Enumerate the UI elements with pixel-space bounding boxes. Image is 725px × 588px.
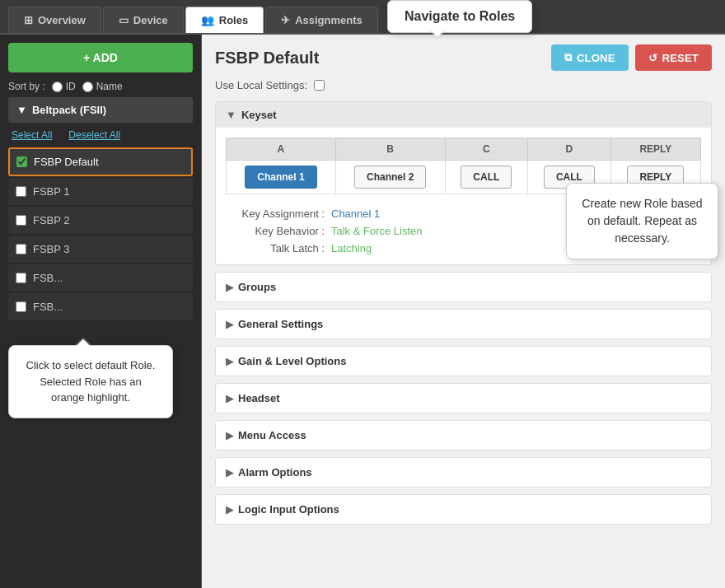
general-settings-section[interactable]: ▶ General Settings	[215, 309, 712, 339]
keyset-chevron-icon: ▼	[226, 109, 236, 121]
role-label-fsbp-3: FSBP 3	[33, 243, 185, 255]
col-a: A	[227, 138, 336, 161]
chevron-down-icon: ▼	[16, 104, 27, 116]
role-item-fsbp-default[interactable]: FSBP Default	[8, 147, 193, 176]
groups-section[interactable]: ▶ Groups	[215, 272, 712, 302]
role-checkbox-fsbp-5[interactable]	[16, 301, 26, 312]
content-header: FSBP Default ⧉ CLONE ↺ RESET	[215, 44, 712, 71]
reset-icon: ↺	[648, 52, 657, 64]
role-item-fsbp-5[interactable]: FSB...	[8, 293, 193, 320]
overview-icon: ⊞	[24, 14, 33, 26]
sort-by-name[interactable]: Name	[82, 81, 123, 92]
top-navigation: ⊞ Overview ▭ Device 👥 Roles ✈ Assignment…	[0, 0, 725, 35]
role-item-fsbp-3[interactable]: FSBP 3	[8, 236, 193, 263]
key-a-cell: Channel 1	[227, 161, 336, 194]
key-assignment-value[interactable]: Channel 1	[331, 208, 380, 220]
key-channel2-button[interactable]: Channel 2	[354, 166, 426, 189]
alarm-options-chevron-icon: ▶	[226, 467, 233, 478]
content-title: FSBP Default	[215, 49, 319, 68]
headset-chevron-icon: ▶	[226, 393, 233, 404]
col-c: C	[445, 138, 528, 161]
role-label-fsbp-1: FSBP 1	[33, 185, 185, 198]
role-item-fsbp-4[interactable]: FSB...	[8, 264, 193, 292]
role-checkbox-fsbp-4[interactable]	[16, 273, 26, 283]
general-settings-chevron-icon: ▶	[226, 319, 233, 330]
role-item-fsbp-2[interactable]: FSBP 2	[8, 207, 193, 234]
gain-level-section[interactable]: ▶ Gain & Level Options	[215, 346, 712, 376]
role-checkbox-fsbp-default[interactable]	[16, 156, 27, 167]
role-item-fsbp-1[interactable]: FSBP 1	[8, 178, 193, 205]
menu-access-section[interactable]: ▶ Menu Access	[215, 420, 712, 450]
col-b: B	[335, 138, 445, 161]
key-c-cell: CALL	[445, 161, 528, 194]
sort-id-radio[interactable]	[52, 82, 63, 92]
assignments-icon: ✈	[281, 14, 290, 26]
logic-input-chevron-icon: ▶	[226, 504, 233, 516]
sort-name-radio[interactable]	[82, 82, 93, 92]
select-all-link[interactable]: Select All	[12, 129, 52, 141]
talk-latch-value[interactable]: Latching	[331, 242, 372, 254]
device-icon: ▭	[119, 14, 129, 26]
create-new-role-tooltip: Create new Role based on default. Repeat…	[566, 183, 718, 259]
select-default-tooltip: Click to select default Role.Selected Ro…	[8, 345, 173, 418]
role-checkbox-fsbp-1[interactable]	[16, 186, 26, 197]
clone-icon: ⧉	[564, 51, 572, 64]
sort-row: Sort by : ID Name	[8, 81, 193, 92]
gain-level-chevron-icon: ▶	[226, 356, 233, 367]
key-call-c-button[interactable]: CALL	[461, 166, 512, 189]
role-list: FSBP Default FSBP 1 FSBP 2 FSBP 3 FSB...…	[8, 147, 193, 320]
tab-overview[interactable]: ⊞ Overview	[8, 7, 101, 33]
beltpack-group-header[interactable]: ▼ Beltpack (FSII)	[8, 97, 193, 123]
navigate-to-roles-tooltip: Navigate to Roles	[387, 0, 532, 33]
role-label-fsbp-2: FSBP 2	[33, 214, 185, 226]
role-label-fsbp-4: FSB...	[33, 272, 185, 284]
role-label-fsbp-default: FSBP Default	[34, 156, 185, 168]
sort-by-id[interactable]: ID	[52, 81, 76, 92]
add-button[interactable]: + ADD	[8, 43, 193, 72]
local-settings-row: Use Local Settings:	[215, 79, 712, 91]
role-checkbox-fsbp-2[interactable]	[16, 215, 26, 226]
col-d: D	[528, 138, 611, 161]
keyset-section-header[interactable]: ▼ Keyset	[216, 102, 711, 128]
use-local-settings-checkbox[interactable]	[314, 80, 325, 91]
menu-access-chevron-icon: ▶	[226, 430, 233, 441]
key-b-cell: Channel 2	[335, 161, 445, 194]
tab-assignments[interactable]: ✈ Assignments	[265, 7, 378, 33]
tab-roles[interactable]: 👥 Roles	[185, 7, 264, 33]
headset-section[interactable]: ▶ Headset	[215, 383, 712, 413]
groups-chevron-icon: ▶	[226, 282, 233, 293]
main-layout: + ADD Sort by : ID Name ▼ Beltpack (FSII…	[0, 35, 725, 588]
role-checkbox-fsbp-3[interactable]	[16, 244, 26, 254]
select-deselect-row: Select All Deselect All	[8, 128, 193, 142]
deselect-all-link[interactable]: Deselect All	[68, 129, 120, 141]
key-channel1-button[interactable]: Channel 1	[245, 166, 316, 189]
content-area: FSBP Default ⧉ CLONE ↺ RESET Use Local S…	[202, 35, 725, 588]
col-reply: REPLY	[610, 138, 700, 161]
header-buttons: ⧉ CLONE ↺ RESET	[551, 44, 712, 71]
alarm-options-section[interactable]: ▶ Alarm Options	[215, 457, 712, 488]
clone-button[interactable]: ⧉ CLONE	[551, 44, 629, 71]
sidebar: + ADD Sort by : ID Name ▼ Beltpack (FSII…	[0, 35, 202, 588]
key-behavior-value[interactable]: Talk & Force Listen	[331, 225, 423, 237]
tab-device[interactable]: ▭ Device	[103, 7, 184, 33]
role-label-fsbp-5: FSB...	[33, 301, 185, 313]
reset-button[interactable]: ↺ RESET	[635, 44, 712, 71]
logic-input-section[interactable]: ▶ Logic Input Options	[215, 494, 712, 525]
roles-icon: 👥	[201, 14, 214, 26]
